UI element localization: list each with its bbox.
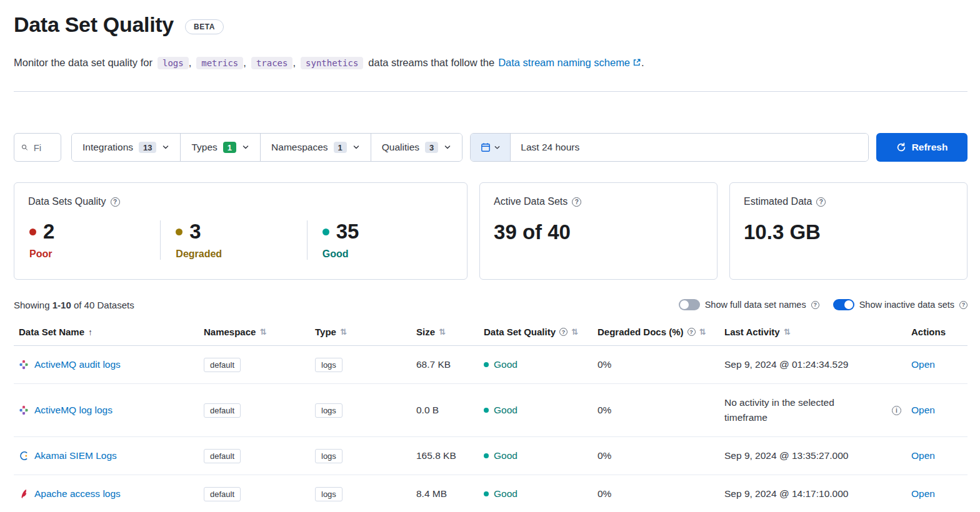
filter-integrations[interactable]: Integrations 13 — [72, 134, 181, 161]
stat-degraded[interactable]: 3 Degraded — [160, 220, 306, 260]
help-icon[interactable]: ? — [559, 328, 568, 336]
date-range-value[interactable]: Last 24 hours — [511, 134, 868, 161]
integrations-count-badge: 13 — [139, 142, 156, 153]
degraded-docs-value: 0% — [598, 488, 611, 499]
search-input[interactable] — [32, 142, 57, 154]
size-value: 0.0 B — [416, 405, 439, 415]
code-chip-synthetics: synthetics — [301, 57, 363, 69]
stat-label-poor: Poor — [29, 249, 160, 260]
quality-value: Good — [494, 405, 518, 416]
sort-icon: ⇅ — [259, 327, 266, 337]
sort-icon: ⇅ — [340, 327, 347, 337]
quality-dot-icon — [484, 408, 489, 413]
filter-qualities[interactable]: Qualities 3 — [371, 134, 462, 161]
qualities-count-badge: 3 — [425, 142, 438, 153]
sort-icon: ⇅ — [784, 327, 791, 337]
column-header-degraded[interactable]: Degraded Docs (%)?⇅ — [592, 320, 719, 346]
column-header-size[interactable]: Size⇅ — [411, 320, 479, 346]
stat-good[interactable]: 35 Good — [307, 220, 453, 260]
toggle-label: Show full data set names — [705, 300, 806, 310]
data-set-name-link[interactable]: ActiveMQ audit logs — [34, 359, 121, 370]
help-icon[interactable]: ? — [572, 197, 581, 207]
quality-dot-icon — [484, 362, 489, 367]
data-stream-naming-scheme-link[interactable]: Data stream naming scheme — [498, 57, 641, 68]
calendar-icon — [481, 142, 491, 152]
activemq-icon — [19, 405, 29, 415]
filter-types[interactable]: Types 1 — [181, 134, 261, 161]
column-header-actions: Actions — [906, 320, 968, 346]
last-activity-value: Sep 9, 2024 @ 13:35:27.000 — [724, 448, 848, 463]
switch[interactable] — [679, 299, 700, 310]
namespace-badge: default — [204, 487, 241, 501]
degraded-dot-icon — [176, 229, 182, 235]
data-set-name-link[interactable]: ActiveMQ log logs — [34, 405, 112, 416]
namespace-badge: default — [204, 403, 241, 418]
toggle-show-inactive[interactable]: Show inactive data sets ? — [833, 299, 968, 310]
estimated-data-card: Estimated Data ? 10.3 GB — [729, 182, 968, 280]
help-icon[interactable]: ? — [816, 197, 826, 207]
chevron-down-icon — [162, 144, 169, 151]
help-icon[interactable]: ? — [111, 197, 120, 207]
data-set-name-link[interactable]: Apache access logs — [34, 488, 121, 500]
data-set-quality-page: Data Set Quality BETA Monitor the data s… — [0, 0, 980, 512]
column-header-namespace[interactable]: Namespace⇅ — [199, 320, 310, 346]
code-chip-logs: logs — [158, 57, 189, 69]
filter-button-group: Integrations 13 Types 1 Namespaces 1 Qua… — [71, 133, 462, 162]
card-title: Data Sets Quality ? — [28, 196, 453, 207]
info-icon[interactable]: i — [892, 406, 901, 415]
quality-value: Good — [494, 359, 518, 370]
open-link[interactable]: Open — [911, 405, 935, 415]
showing-range: 1-10 — [52, 300, 71, 310]
help-icon[interactable]: ? — [811, 301, 819, 309]
column-header-type[interactable]: Type⇅ — [310, 320, 411, 346]
date-quick-select-button[interactable] — [471, 134, 511, 161]
switch[interactable] — [833, 299, 854, 310]
column-header-quality[interactable]: Data Set Quality?⇅ — [479, 320, 592, 346]
search-box[interactable] — [14, 133, 61, 162]
type-badge: logs — [315, 358, 342, 372]
sort-icon: ⇅ — [439, 327, 446, 337]
degraded-docs-value: 0% — [598, 405, 611, 415]
table-meta: Showing 1-10 of 40 Datasets Show full da… — [14, 299, 968, 310]
open-link[interactable]: Open — [911, 359, 935, 370]
size-value: 165.8 KB — [416, 450, 456, 461]
card-title: Active Data Sets ? — [494, 196, 703, 207]
stat-label-good: Good — [322, 249, 453, 260]
table-row: ActiveMQ audit logs default logs 68.7 KB… — [14, 346, 968, 384]
card-title: Estimated Data ? — [744, 196, 953, 207]
activemq-icon — [19, 360, 29, 370]
filter-namespaces[interactable]: Namespaces 1 — [261, 134, 371, 161]
type-badge: logs — [315, 449, 342, 463]
data-set-name-link[interactable]: Akamai SIEM Logs — [34, 450, 117, 461]
degraded-docs-value: 0% — [598, 450, 611, 461]
open-link[interactable]: Open — [911, 488, 935, 499]
refresh-button[interactable]: Refresh — [876, 133, 968, 162]
open-link[interactable]: Open — [911, 450, 935, 461]
page-description: Monitor the data set quality forlogs,met… — [14, 53, 712, 72]
size-value: 68.7 KB — [416, 359, 451, 370]
quality-dot-icon — [484, 453, 489, 458]
quality-stats: 2 Poor 3 Degraded 35 Good — [28, 220, 453, 260]
toggle-label: Show inactive data sets — [859, 300, 954, 310]
estimated-data-value: 10.3 GB — [744, 220, 953, 244]
akamai-icon — [19, 451, 29, 461]
column-header-name[interactable]: Data Set Name↑ — [14, 320, 199, 346]
stat-label-degraded: Degraded — [176, 249, 306, 260]
code-chip-traces: traces — [251, 57, 293, 69]
active-data-sets-value: 39 of 40 — [494, 220, 703, 244]
table-header-row: Data Set Name↑ Namespace⇅ Type⇅ Size⇅ Da… — [14, 320, 968, 346]
help-icon[interactable]: ? — [688, 328, 696, 336]
column-header-last-activity[interactable]: Last Activity⇅ — [719, 320, 906, 346]
help-icon[interactable]: ? — [959, 301, 968, 309]
last-activity-value: Sep 9, 2024 @ 14:17:10.000 — [724, 486, 848, 501]
table-row: ActiveMQ log logs default logs 0.0 B Goo… — [14, 384, 968, 437]
last-activity-value: No activity in the selected timeframe — [724, 395, 863, 425]
namespaces-count-badge: 1 — [334, 142, 347, 153]
chevron-down-icon — [352, 144, 360, 151]
sort-asc-icon: ↑ — [88, 327, 92, 337]
stat-poor[interactable]: 2 Poor — [28, 220, 160, 260]
header-divider — [14, 91, 968, 92]
toggle-show-full-names[interactable]: Show full data set names ? — [679, 299, 819, 310]
data-sets-quality-card: Data Sets Quality ? 2 Poor 3 Degraded 35… — [14, 182, 468, 280]
chevron-down-icon — [494, 144, 501, 151]
